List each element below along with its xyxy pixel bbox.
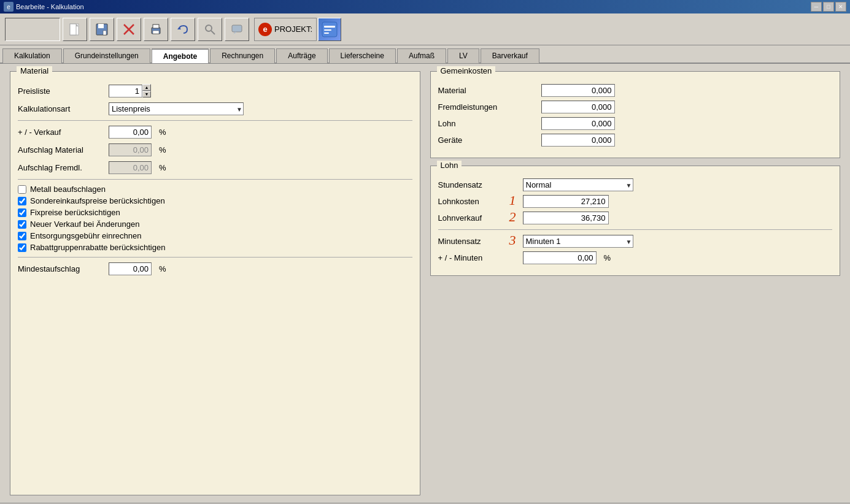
tab-lv[interactable]: LV: [447, 48, 479, 63]
minimize-button[interactable]: ─: [811, 2, 822, 12]
aufschlag-fremdl-label: Aufschlag Fremdl.: [18, 163, 104, 172]
gemeinkosten-material-label: Material: [438, 86, 536, 95]
verkauf-input[interactable]: [109, 126, 152, 139]
aufschlag-material-input: [109, 143, 152, 156]
aufschlag-material-unit: %: [159, 145, 166, 155]
preisliste-spinner-btns: ▲ ▼: [142, 84, 151, 97]
svg-rect-18: [324, 32, 329, 34]
projekt-logo: e: [258, 23, 272, 36]
minutensatz-label: Minutensatz: [438, 237, 518, 246]
mindestaufschlag-label: Mindestaufschlag: [18, 264, 104, 273]
projekt-icon-button[interactable]: [318, 18, 341, 41]
lohnverkauf-label: Lohnverkauf: [438, 213, 518, 223]
stundensatz-select[interactable]: Normal Überstunden Nacht Feiertag: [523, 178, 633, 191]
mindestaufschlag-unit: %: [159, 264, 166, 273]
minutensatz-select[interactable]: Minuten 1 Minuten 2 Minuten 3: [523, 235, 633, 248]
checkbox-entsorgung-input[interactable]: [18, 232, 26, 240]
minuten-row: + / - Minuten %: [438, 251, 833, 264]
gemeinkosten-lohn-label: Lohn: [438, 119, 536, 128]
checkbox-entsorgung-label: Entsorgungsgebühr einrechnen: [30, 231, 141, 240]
checkbox-metall-label: Metall beaufschlagen: [30, 185, 106, 194]
svg-marker-14: [233, 32, 237, 34]
kalkulationsart-label: Kalkulationsart: [18, 104, 104, 113]
aufschlag-fremdl-unit: %: [159, 163, 166, 172]
minutensatz-row: Minutensatz 3 Minuten 1 Minuten 2 Minute…: [438, 235, 833, 248]
verkauf-row: + / - Verkauf %: [18, 126, 412, 139]
extra-button[interactable]: [225, 18, 249, 41]
svg-point-12: [206, 25, 212, 31]
material-section-title: Material: [17, 66, 52, 75]
left-column: Material Preisliste ▲ ▼ Kalkulationsart: [10, 71, 420, 495]
gemeinkosten-section-title: Gemeinkosten: [437, 66, 496, 75]
checkbox-neuer-label: Neuer Verkauf bei Änderungen: [30, 220, 140, 229]
tab-auftraege[interactable]: Aufträge: [276, 48, 327, 63]
svg-rect-17: [324, 29, 331, 31]
new-button[interactable]: [63, 18, 87, 41]
bubble-icon: [230, 23, 244, 36]
checkbox-sonder-input[interactable]: [18, 197, 26, 205]
print-button[interactable]: [144, 18, 168, 41]
search-button[interactable]: [198, 18, 222, 41]
tab-aufmass[interactable]: Aufmaß: [397, 48, 446, 63]
minuten-label: + / - Minuten: [438, 253, 518, 262]
lohnverkauf-input[interactable]: [523, 212, 609, 224]
undo-button[interactable]: [171, 18, 195, 41]
checkbox-entsorgung: Entsorgungsgebühr einrechnen: [18, 231, 412, 240]
gemeinkosten-fremdleistungen-row: Fremdleistungen: [438, 101, 833, 113]
minuten-input[interactable]: [523, 251, 597, 264]
tab-grundeinstellungen[interactable]: Grundeinstellungen: [63, 48, 150, 63]
svg-rect-1: [70, 24, 76, 35]
checkbox-neuer-input[interactable]: [18, 220, 26, 229]
checkbox-rabatt-input[interactable]: [18, 243, 26, 252]
maximize-button[interactable]: □: [823, 2, 834, 12]
gemeinkosten-fremdleistungen-input[interactable]: [541, 101, 615, 113]
checkbox-fixpreise: Fixpreise berücksichtigen: [18, 208, 412, 217]
preisliste-input[interactable]: [109, 85, 142, 97]
svg-rect-9: [153, 25, 159, 28]
checkbox-fixpreise-input[interactable]: [18, 208, 26, 217]
preisliste-up-btn[interactable]: ▲: [142, 84, 151, 91]
aufschlag-material-label: Aufschlag Material: [18, 145, 104, 155]
stundensatz-select-wrapper: Normal Überstunden Nacht Feiertag ▼: [523, 178, 633, 191]
tab-rechnungen[interactable]: Rechnungen: [210, 48, 275, 63]
delete-button[interactable]: [117, 18, 141, 41]
lohn-section-title: Lohn: [437, 161, 462, 170]
checkbox-metall-input[interactable]: [18, 185, 26, 194]
svg-rect-4: [98, 24, 104, 28]
gemeinkosten-geraete-input[interactable]: [541, 134, 615, 147]
checkbox-metall: Metall beaufschlagen: [18, 185, 412, 194]
checkbox-fixpreise-label: Fixpreise berücksichtigen: [30, 208, 120, 217]
svg-rect-16: [324, 26, 335, 28]
tab-kalkulation[interactable]: Kalkulation: [2, 48, 62, 63]
tab-barverkauf[interactable]: Barverkauf: [481, 48, 539, 63]
right-column: Gemeinkosten Material Fremdleistungen Lo…: [430, 71, 841, 495]
gemeinkosten-material-row: Material: [438, 84, 833, 97]
print-icon: [149, 23, 163, 36]
mindestaufschlag-input[interactable]: [109, 262, 152, 275]
gemeinkosten-material-input[interactable]: [541, 84, 615, 97]
save-button[interactable]: [90, 18, 114, 41]
gemeinkosten-lohn-input[interactable]: [541, 117, 615, 130]
preisliste-down-btn[interactable]: ▼: [142, 91, 151, 97]
svg-rect-13: [232, 25, 242, 32]
tab-angebote[interactable]: Angebote: [152, 48, 209, 63]
save-icon: [95, 23, 109, 36]
toolbar-input[interactable]: [5, 18, 60, 41]
gemeinkosten-geraete-row: Geräte: [438, 134, 833, 147]
tab-lieferscheine[interactable]: Lieferscheine: [329, 48, 396, 63]
stundensatz-row: Stundensatz Normal Überstunden Nacht Fei…: [438, 178, 833, 191]
minutensatz-select-wrapper: Minuten 1 Minuten 2 Minuten 3 ▼: [523, 235, 633, 248]
gemeinkosten-lohn-row: Lohn: [438, 117, 833, 130]
verkauf-label: + / - Verkauf: [18, 128, 104, 137]
kalkulationsart-row: Kalkulationsart Listenpreis Einkaufsprei…: [18, 102, 412, 115]
kalkulationsart-select[interactable]: Listenpreis Einkaufspreis Durchschnittsp…: [109, 102, 244, 115]
lohnkosten-input[interactable]: [523, 195, 609, 208]
svg-rect-10: [153, 31, 159, 34]
preisliste-spinner: ▲ ▼: [109, 84, 151, 97]
toolbar: e PROJEKT:: [0, 13, 850, 45]
gemeinkosten-section: Gemeinkosten Material Fremdleistungen Lo…: [430, 71, 841, 158]
checkbox-rabatt-label: Rabattgruppenrabatte berücksichtigen: [30, 243, 165, 252]
delete-icon: [122, 23, 136, 36]
close-button[interactable]: ✕: [835, 2, 846, 12]
projekt-text: PROJEKT:: [274, 25, 312, 34]
